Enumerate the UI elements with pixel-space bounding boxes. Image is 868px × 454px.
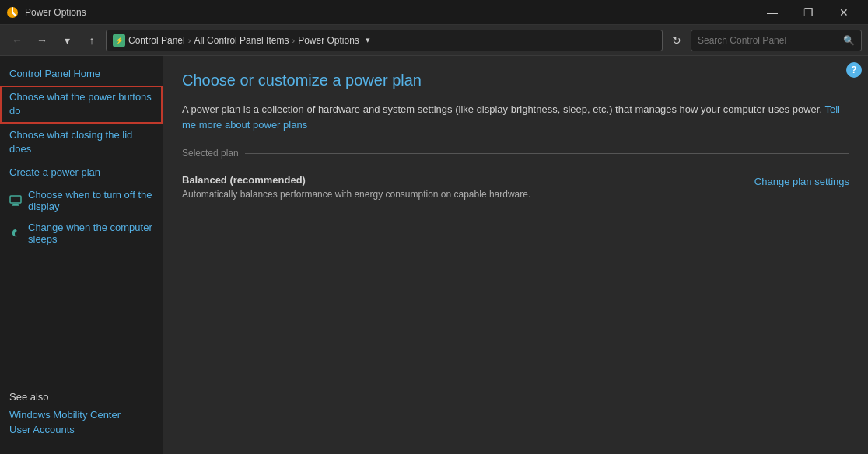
plan-details: Balanced (recommended) Automatically bal…: [182, 174, 530, 200]
breadcrumb-all-items[interactable]: All Control Panel Items: [194, 35, 289, 46]
content-area: ? Choose or customize a power plan A pow…: [163, 56, 868, 454]
sidebar-item-power-buttons[interactable]: Choose what the power buttons do: [0, 86, 163, 123]
search-bar: 🔍: [691, 30, 862, 51]
sidebar-item-display-label: Choose when to turn off the display: [28, 189, 153, 212]
plan-description: Automatically balances performance with …: [182, 189, 530, 200]
user-accounts-link[interactable]: User Accounts: [9, 424, 153, 435]
main-layout: Control Panel Home Choose what the power…: [0, 56, 868, 454]
plan-item: Balanced (recommended) Automatically bal…: [182, 168, 849, 206]
window-title: Power Options: [25, 7, 86, 18]
breadcrumb-current: Power Options: [298, 35, 359, 46]
breadcrumb-icon: ⚡: [113, 34, 125, 47]
sidebar-item-display[interactable]: Choose when to turn off the display: [0, 184, 163, 217]
minimize-button[interactable]: —: [754, 0, 790, 25]
monitor-icon: [9, 194, 22, 207]
breadcrumb-control-panel[interactable]: Control Panel: [128, 35, 185, 46]
sleep-icon: [9, 227, 22, 239]
sidebar-item-home[interactable]: Control Panel Home: [0, 62, 163, 86]
sidebar-item-sleep-label: Change when the computer sleeps: [28, 222, 153, 245]
sidebar-item-lid[interactable]: Choose what closing the lid does: [0, 124, 163, 161]
selected-plan-header: Selected plan: [182, 148, 849, 159]
sidebar-nav: Control Panel Home Choose what the power…: [0, 62, 163, 250]
breadcrumb-dropdown-button[interactable]: ▾: [362, 35, 373, 45]
close-button[interactable]: ✕: [826, 0, 862, 25]
page-title: Choose or customize a power plan: [182, 72, 849, 89]
see-also-label: See also: [9, 391, 153, 403]
app-icon: [6, 6, 19, 19]
forward-button[interactable]: →: [31, 30, 53, 51]
recent-locations-button[interactable]: ▾: [56, 30, 78, 51]
sidebar-bottom: See also Windows Mobility Center User Ac…: [0, 382, 163, 448]
sidebar: Control Panel Home Choose what the power…: [0, 56, 163, 454]
address-bar: ← → ▾ ↑ ⚡ Control Panel › All Control Pa…: [0, 25, 868, 56]
breadcrumb: ⚡ Control Panel › All Control Panel Item…: [106, 30, 663, 51]
svg-rect-1: [10, 196, 21, 203]
change-plan-link[interactable]: Change plan settings: [754, 176, 849, 187]
refresh-button[interactable]: ↻: [666, 30, 688, 51]
up-button[interactable]: ↑: [81, 30, 103, 51]
window-controls: — ❐ ✕: [754, 0, 862, 25]
intro-text: A power plan is a collection of hardware…: [182, 102, 849, 132]
help-button[interactable]: ?: [846, 62, 862, 78]
plan-name: Balanced (recommended): [182, 174, 530, 186]
restore-button[interactable]: ❐: [790, 0, 826, 25]
windows-mobility-link[interactable]: Windows Mobility Center: [9, 409, 153, 421]
sidebar-item-create-plan[interactable]: Create a power plan: [0, 161, 163, 184]
sidebar-item-sleep[interactable]: Change when the computer sleeps: [0, 217, 163, 250]
title-bar: Power Options — ❐ ✕: [0, 0, 868, 25]
back-button[interactable]: ←: [6, 30, 28, 51]
search-icon: 🔍: [843, 35, 855, 46]
search-input[interactable]: [698, 35, 840, 46]
